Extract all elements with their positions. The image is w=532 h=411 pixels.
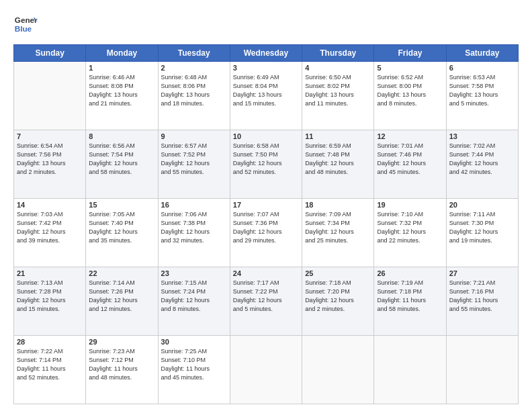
calendar-cell: 17Sunrise: 7:07 AMSunset: 7:36 PMDayligh… (230, 199, 302, 267)
calendar-cell: 9Sunrise: 6:57 AMSunset: 7:52 PMDaylight… (158, 130, 230, 199)
day-info: Sunrise: 7:19 AMSunset: 7:18 PMDaylight:… (377, 279, 443, 314)
calendar-cell: 18Sunrise: 7:09 AMSunset: 7:34 PMDayligh… (302, 199, 374, 267)
day-info: Sunrise: 7:23 AMSunset: 7:12 PMDaylight:… (89, 347, 154, 382)
calendar-cell: 22Sunrise: 7:14 AMSunset: 7:26 PMDayligh… (86, 267, 158, 336)
calendar-cell: 6Sunrise: 6:53 AMSunset: 7:58 PMDaylight… (446, 62, 518, 130)
day-number: 29 (89, 338, 154, 346)
calendar-cell (446, 336, 518, 404)
day-number: 16 (161, 201, 227, 209)
calendar-cell: 13Sunrise: 7:02 AMSunset: 7:44 PMDayligh… (446, 130, 518, 199)
day-number: 17 (233, 201, 299, 209)
day-number: 4 (305, 64, 371, 72)
day-number: 11 (305, 132, 371, 140)
calendar-cell: 2Sunrise: 6:48 AMSunset: 8:06 PMDaylight… (158, 62, 230, 130)
calendar-cell: 12Sunrise: 7:01 AMSunset: 7:46 PMDayligh… (374, 130, 446, 199)
day-info: Sunrise: 6:50 AMSunset: 8:02 PMDaylight:… (305, 73, 371, 108)
day-number: 3 (233, 64, 299, 72)
week-row-2: 14Sunrise: 7:03 AMSunset: 7:42 PMDayligh… (14, 199, 519, 267)
day-number: 9 (161, 132, 227, 140)
calendar-cell: 1Sunrise: 6:46 AMSunset: 8:08 PMDaylight… (86, 62, 158, 130)
col-header-saturday: Saturday (446, 45, 518, 62)
calendar-cell: 29Sunrise: 7:23 AMSunset: 7:12 PMDayligh… (86, 336, 158, 404)
day-info: Sunrise: 6:56 AMSunset: 7:54 PMDaylight:… (89, 142, 154, 177)
day-number: 8 (89, 132, 154, 140)
calendar-cell (230, 336, 302, 404)
calendar-cell: 4Sunrise: 6:50 AMSunset: 8:02 PMDaylight… (302, 62, 374, 130)
day-number: 18 (305, 201, 371, 209)
day-number: 7 (17, 132, 83, 140)
calendar-page: General Blue SundayMondayTuesdayWednesda… (0, 0, 532, 411)
svg-text:General: General (15, 15, 38, 24)
calendar-cell: 24Sunrise: 7:17 AMSunset: 7:22 PMDayligh… (230, 267, 302, 336)
col-header-sunday: Sunday (14, 45, 86, 62)
calendar-cell: 3Sunrise: 6:49 AMSunset: 8:04 PMDaylight… (230, 62, 302, 130)
day-info: Sunrise: 7:10 AMSunset: 7:32 PMDaylight:… (377, 210, 443, 245)
logo-icon: General Blue (13, 12, 38, 36)
calendar-cell: 14Sunrise: 7:03 AMSunset: 7:42 PMDayligh… (14, 199, 86, 267)
day-number: 5 (377, 64, 443, 72)
header: General Blue (13, 12, 519, 36)
day-info: Sunrise: 7:03 AMSunset: 7:42 PMDaylight:… (17, 210, 83, 245)
calendar-cell: 11Sunrise: 6:59 AMSunset: 7:48 PMDayligh… (302, 130, 374, 199)
day-info: Sunrise: 7:07 AMSunset: 7:36 PMDaylight:… (233, 210, 299, 245)
day-number: 26 (377, 269, 443, 277)
day-number: 19 (377, 201, 443, 209)
week-row-0: 1Sunrise: 6:46 AMSunset: 8:08 PMDaylight… (14, 62, 519, 130)
day-number: 24 (233, 269, 299, 277)
day-info: Sunrise: 7:22 AMSunset: 7:14 PMDaylight:… (17, 347, 83, 382)
day-info: Sunrise: 7:05 AMSunset: 7:40 PMDaylight:… (89, 210, 154, 245)
week-row-4: 28Sunrise: 7:22 AMSunset: 7:14 PMDayligh… (14, 336, 519, 404)
col-header-friday: Friday (374, 45, 446, 62)
day-info: Sunrise: 7:06 AMSunset: 7:38 PMDaylight:… (161, 210, 227, 245)
calendar-cell: 15Sunrise: 7:05 AMSunset: 7:40 PMDayligh… (86, 199, 158, 267)
day-info: Sunrise: 7:01 AMSunset: 7:46 PMDaylight:… (377, 142, 443, 177)
day-number: 21 (17, 269, 83, 277)
day-info: Sunrise: 6:53 AMSunset: 7:58 PMDaylight:… (449, 73, 515, 108)
day-info: Sunrise: 7:17 AMSunset: 7:22 PMDaylight:… (233, 279, 299, 314)
day-number: 13 (449, 132, 515, 140)
day-number: 12 (377, 132, 443, 140)
day-number: 27 (449, 269, 515, 277)
svg-text:Blue: Blue (15, 24, 32, 33)
calendar-cell: 8Sunrise: 6:56 AMSunset: 7:54 PMDaylight… (86, 130, 158, 199)
day-number: 6 (449, 64, 515, 72)
calendar-cell: 28Sunrise: 7:22 AMSunset: 7:14 PMDayligh… (14, 336, 86, 404)
calendar-cell: 5Sunrise: 6:52 AMSunset: 8:00 PMDaylight… (374, 62, 446, 130)
day-info: Sunrise: 6:52 AMSunset: 8:00 PMDaylight:… (377, 73, 443, 108)
col-header-thursday: Thursday (302, 45, 374, 62)
day-info: Sunrise: 7:09 AMSunset: 7:34 PMDaylight:… (305, 210, 371, 245)
day-info: Sunrise: 7:13 AMSunset: 7:28 PMDaylight:… (17, 279, 83, 314)
day-number: 2 (161, 64, 227, 72)
day-number: 10 (233, 132, 299, 140)
day-number: 20 (449, 201, 515, 209)
col-header-tuesday: Tuesday (158, 45, 230, 62)
week-row-1: 7Sunrise: 6:54 AMSunset: 7:56 PMDaylight… (14, 130, 519, 199)
calendar-cell: 21Sunrise: 7:13 AMSunset: 7:28 PMDayligh… (14, 267, 86, 336)
week-row-3: 21Sunrise: 7:13 AMSunset: 7:28 PMDayligh… (14, 267, 519, 336)
day-info: Sunrise: 7:21 AMSunset: 7:16 PMDaylight:… (449, 279, 515, 314)
day-info: Sunrise: 6:57 AMSunset: 7:52 PMDaylight:… (161, 142, 227, 177)
day-info: Sunrise: 7:15 AMSunset: 7:24 PMDaylight:… (161, 279, 227, 314)
calendar-cell (374, 336, 446, 404)
day-info: Sunrise: 6:46 AMSunset: 8:08 PMDaylight:… (89, 73, 154, 108)
calendar-cell: 16Sunrise: 7:06 AMSunset: 7:38 PMDayligh… (158, 199, 230, 267)
calendar-cell: 27Sunrise: 7:21 AMSunset: 7:16 PMDayligh… (446, 267, 518, 336)
day-info: Sunrise: 6:58 AMSunset: 7:50 PMDaylight:… (233, 142, 299, 177)
calendar-cell: 7Sunrise: 6:54 AMSunset: 7:56 PMDaylight… (14, 130, 86, 199)
calendar-cell: 23Sunrise: 7:15 AMSunset: 7:24 PMDayligh… (158, 267, 230, 336)
calendar-cell: 25Sunrise: 7:18 AMSunset: 7:20 PMDayligh… (302, 267, 374, 336)
day-info: Sunrise: 7:02 AMSunset: 7:44 PMDaylight:… (449, 142, 515, 177)
col-header-monday: Monday (86, 45, 158, 62)
day-info: Sunrise: 6:48 AMSunset: 8:06 PMDaylight:… (161, 73, 227, 108)
logo: General Blue (13, 12, 38, 36)
calendar-cell: 10Sunrise: 6:58 AMSunset: 7:50 PMDayligh… (230, 130, 302, 199)
day-info: Sunrise: 7:14 AMSunset: 7:26 PMDaylight:… (89, 279, 154, 314)
calendar-cell: 20Sunrise: 7:11 AMSunset: 7:30 PMDayligh… (446, 199, 518, 267)
col-header-wednesday: Wednesday (230, 45, 302, 62)
day-number: 22 (89, 269, 154, 277)
day-number: 25 (305, 269, 371, 277)
calendar-cell (14, 62, 86, 130)
day-number: 23 (161, 269, 227, 277)
day-info: Sunrise: 6:59 AMSunset: 7:48 PMDaylight:… (305, 142, 371, 177)
day-info: Sunrise: 6:54 AMSunset: 7:56 PMDaylight:… (17, 142, 83, 177)
